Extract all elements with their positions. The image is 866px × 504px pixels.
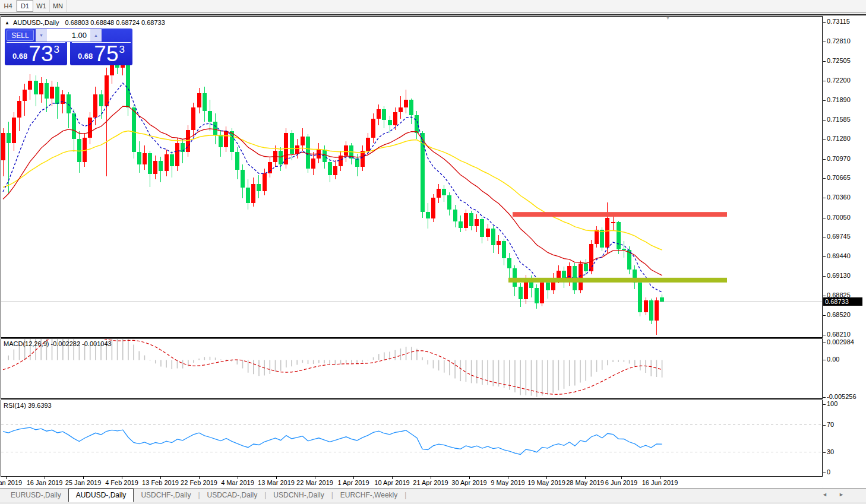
sell-button[interactable]: SELL (7, 30, 34, 41)
symbol-triangle-icon: ▲ (5, 20, 10, 26)
chart-tab-usdcad[interactable]: USDCAD-,Daily (200, 489, 265, 502)
volume-stepper: ▼ ▲ (35, 28, 102, 42)
buy-price-sup: 3 (119, 44, 125, 56)
macd-label: MACD(12,26,9) -0.002282 -0.001043 (4, 340, 112, 347)
chart-tab-bar: EURUSD-,DailyAUDUSD-,DailyUSDCHF-,Daily|… (0, 488, 866, 502)
tab-scroll-right-icon[interactable]: ► (839, 492, 844, 497)
timeframe-d1[interactable]: D1 (17, 0, 33, 12)
sell-price-big: 73 (29, 44, 53, 64)
chart-tab-eurusd[interactable]: EURUSD-,Daily (4, 489, 68, 502)
volume-input[interactable] (47, 29, 90, 42)
chart-window: 0.731150.728100.725050.722000.718900.715… (0, 14, 866, 487)
sell-price-prefix: 0.68 (12, 52, 27, 61)
timeframe-toolbar: H4D1W1MN (0, 0, 866, 13)
current-price-tag: 0.68733 (823, 297, 862, 306)
chart-title: ▲AUDUSD-,Daily0.68803 0.68848 0.68724 0.… (5, 19, 165, 26)
timeframe-mn[interactable]: MN (50, 0, 67, 12)
tab-separator: | (404, 491, 406, 499)
macd-name: MACD(12,26,9) (4, 340, 49, 347)
volume-decrease-button[interactable]: ▼ (36, 29, 47, 42)
buy-price: 0.68 75 3 (70, 44, 132, 65)
rsi-label: RSI(14) 39.6393 (4, 402, 52, 409)
chart-tab-eurchf[interactable]: EURCHF-,Weekly (333, 489, 404, 502)
chart-tab-audusd[interactable]: AUDUSD-,Daily (68, 489, 134, 502)
chart-tab-usdchf[interactable]: USDCHF-,Daily (134, 489, 198, 502)
sell-price: 0.68 73 3 (5, 44, 67, 65)
timeframe-w1[interactable]: W1 (33, 0, 50, 12)
macd-current-values: -0.002282 -0.001043 (50, 340, 111, 347)
tab-scroll-left-icon[interactable]: ◄ (822, 492, 827, 497)
price-chart-canvas[interactable] (0, 15, 866, 489)
chevron-down-icon[interactable]: ▼ (665, 15, 671, 21)
volume-increase-button[interactable]: ▲ (90, 29, 102, 42)
rsi-name: RSI(14) (4, 402, 26, 409)
one-click-trading-panel: 0.68 73 3 0.68 75 3 SELL BUY ▼ ▲ (5, 28, 132, 65)
sell-price-sup: 3 (54, 44, 59, 56)
chart-symbol-period: AUDUSD-,Daily (13, 19, 59, 26)
buy-price-big: 75 (94, 44, 118, 64)
rsi-current-value: 39.6393 (28, 402, 52, 409)
chart-tab-usdcnh[interactable]: USDCNH-,Daily (266, 489, 331, 502)
timeframe-h4[interactable]: H4 (0, 0, 17, 12)
chart-ohlc-values: 0.68803 0.68848 0.68724 0.68733 (65, 19, 165, 26)
buy-price-prefix: 0.68 (78, 52, 93, 61)
